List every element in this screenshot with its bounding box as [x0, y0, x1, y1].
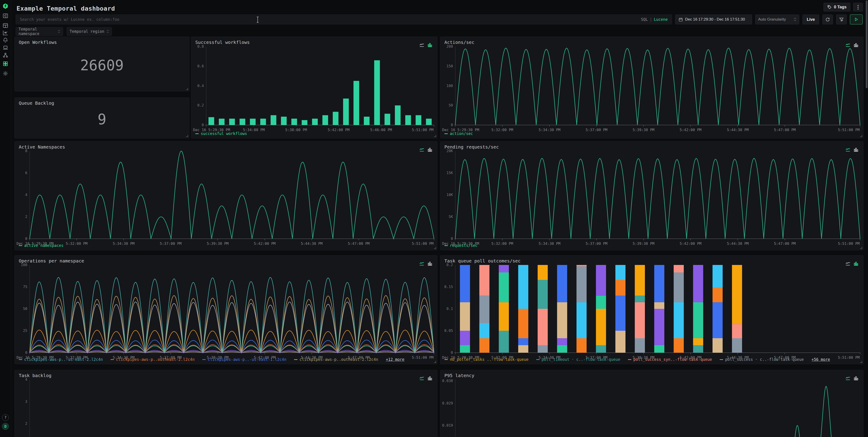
- date-range-picker[interactable]: Dec 16 17:29:30 - Dec 16 17:51:30: [675, 14, 752, 24]
- legend-swatch: [628, 359, 631, 360]
- dashboards-icon[interactable]: [2, 61, 8, 67]
- legend-item[interactable]: clickpipes-aws-p..outheast-2.l2c4n: [111, 357, 195, 362]
- resize-handle[interactable]: [186, 88, 188, 90]
- user-avatar[interactable]: D: [2, 423, 9, 430]
- tags-button[interactable]: 0 Tags: [824, 3, 850, 11]
- bar-chart-icon[interactable]: [853, 42, 859, 48]
- legend-item[interactable]: clickpipes-aws-p..-us-east-2.l2c4n: [19, 357, 103, 362]
- y-axis-tick-label: 2: [15, 215, 27, 219]
- bar-chart-icon[interactable]: [853, 147, 859, 152]
- legend-item[interactable]: requests/sec: [444, 243, 477, 248]
- line-chart-icon[interactable]: [419, 147, 425, 152]
- chart-area[interactable]: 86420Dec 16 5:29:30 PM5:32:00 PM5:34:30 …: [15, 142, 437, 250]
- legend-more-link[interactable]: +56 more: [811, 357, 830, 362]
- line-chart-icon[interactable]: [419, 261, 425, 266]
- app-logo-icon[interactable]: [2, 3, 8, 9]
- y-axis-tick-label: 0.6: [191, 64, 204, 68]
- vertical-scrollbar[interactable]: [866, 0, 868, 88]
- bar-chart-icon[interactable]: [427, 147, 433, 152]
- panel-operations-per-namespace[interactable]: Operations per namespace1007550250Dec 16…: [14, 255, 437, 364]
- search-input[interactable]: Search your events w/ Lucene ex. column:…: [16, 14, 672, 24]
- legend-item[interactable]: successful workflows: [195, 131, 247, 136]
- legend-item[interactable]: no_poller_tasks ..-flow-task-queue: [444, 357, 528, 362]
- bar-chart-icon[interactable]: [853, 375, 859, 381]
- chart-area[interactable]: 432: [15, 370, 437, 437]
- y-axis-tick-label: 100: [440, 84, 453, 88]
- bar-chart-icon[interactable]: [427, 42, 433, 48]
- line-chart-icon[interactable]: [845, 375, 850, 381]
- chart-view-toggles: [419, 147, 433, 152]
- run-query-button[interactable]: [850, 14, 863, 24]
- refresh-button[interactable]: [822, 14, 833, 24]
- temporal-namespace-select[interactable]: Temporal namespace: [16, 27, 63, 36]
- resize-handle[interactable]: [434, 247, 436, 249]
- legend-item[interactable]: clickpipes-aws-p..-us-east-1.l2c4n: [202, 357, 286, 362]
- legend-label: successful workflows: [201, 131, 247, 136]
- panel-title: Actions/sec: [444, 39, 474, 45]
- alerts-bell-icon[interactable]: [2, 37, 8, 43]
- panel-open-workflows[interactable]: Open Workflows 26609: [14, 37, 189, 91]
- help-button[interactable]: ?: [2, 414, 9, 421]
- bar-chart-icon[interactable]: [853, 261, 859, 266]
- chart-area[interactable]: 1007550250Dec 16 5:29:30 PM5:32:00 PM5:3…: [15, 255, 437, 364]
- chart-area[interactable]: 0.0380.0290.019: [440, 370, 863, 437]
- y-axis-tick-label: 0.019: [440, 423, 453, 428]
- text-cursor-ibeam: [256, 16, 259, 23]
- lucene-label[interactable]: Lucene: [654, 17, 668, 22]
- line-chart-icon[interactable]: [419, 42, 425, 48]
- chart-area[interactable]: 0.20.150.10.050Dec 16 5:29:30 PM5:32:00 …: [440, 255, 863, 364]
- legend-item[interactable]: action/sec: [444, 131, 473, 136]
- legend-label: clickpipes-aws-p..outheast-2.l2c4n: [300, 357, 378, 362]
- chart-area[interactable]: 0.80.60.40.20Dec 16 5:29:30 PM5:34:00 PM…: [191, 37, 437, 138]
- views-grid-icon[interactable]: [2, 22, 8, 29]
- temporal-region-select[interactable]: Temporal region: [67, 27, 112, 36]
- chevron-up-down-icon: [58, 30, 60, 33]
- resize-handle[interactable]: [860, 361, 862, 363]
- resize-handle[interactable]: [860, 247, 862, 249]
- filter-settings-button[interactable]: [836, 14, 847, 24]
- chart-view-toggles: [419, 261, 433, 266]
- settings-gear-icon[interactable]: [2, 70, 8, 76]
- x-axis-tick-label: 5:51:00 PM: [838, 128, 860, 132]
- legend-item[interactable]: active namespaces: [19, 243, 64, 248]
- chart-area[interactable]: 20K15K10K5K0Dec 16 5:29:30 PM5:32:00 PM5…: [440, 142, 863, 250]
- bar-chart-icon[interactable]: [427, 261, 433, 266]
- panel-p95-latency[interactable]: P95 latency0.0380.0290.019: [440, 370, 864, 437]
- legend-item[interactable]: poll_success_syn..-flow-task-queue: [628, 357, 712, 362]
- legend-item[interactable]: poll_timeout · c..-flow-task-queue: [536, 357, 620, 362]
- y-axis-tick-label: 0: [440, 350, 453, 355]
- y-axis-tick-label: 0.1: [440, 307, 453, 311]
- chart-area[interactable]: 200150100500Dec 16 5:29:30 PM5:32:00 PM5…: [440, 37, 863, 138]
- panel-task-queue-poll-outcomes[interactable]: Task queue poll outcomes/sec0.20.150.10.…: [440, 255, 864, 364]
- query-language-toggle[interactable]: SQL | Lucene: [641, 15, 668, 24]
- resize-handle[interactable]: [434, 361, 436, 363]
- kebab-menu-button[interactable]: ⋮: [853, 3, 863, 11]
- line-chart-icon[interactable]: [845, 147, 850, 152]
- panel-pending-requests[interactable]: Pending requests/sec20K15K10K5K0Dec 16 5…: [440, 141, 864, 250]
- resize-handle[interactable]: [860, 135, 862, 137]
- panel-queue-backlog[interactable]: Queue Backlog 9: [14, 97, 189, 138]
- resize-handle[interactable]: [186, 135, 188, 137]
- resize-handle[interactable]: [434, 135, 436, 137]
- panel-task-backlog[interactable]: Task backlog432: [14, 370, 437, 437]
- line-chart-icon[interactable]: [845, 261, 850, 266]
- infra-laptop-icon[interactable]: [2, 44, 8, 51]
- bar-chart-icon[interactable]: [427, 375, 433, 381]
- y-axis-tick-label: 10K: [440, 193, 453, 197]
- granularity-select[interactable]: Auto Granularity: [755, 14, 799, 24]
- panel-actions-per-sec[interactable]: Actions/sec200150100500Dec 16 5:29:30 PM…: [440, 37, 864, 138]
- legend-swatch: [294, 359, 298, 360]
- sql-label[interactable]: SQL: [641, 17, 648, 22]
- legend-item[interactable]: poll_success · c..-flow-task-queue: [720, 357, 804, 362]
- chevron-up-down-icon: [107, 30, 109, 33]
- legend-more-link[interactable]: +12 more: [386, 357, 404, 362]
- panel-successful-workflows[interactable]: Successful workflows0.80.60.40.20Dec 16 …: [191, 37, 437, 138]
- panel-toggle-icon[interactable]: [2, 13, 8, 19]
- panel-active-namespaces[interactable]: Active Namespaces86420Dec 16 5:29:30 PM5…: [14, 141, 437, 250]
- legend-item[interactable]: clickpipes-aws-p..outheast-2.l2c4n: [294, 357, 378, 362]
- live-button[interactable]: Live: [802, 14, 819, 24]
- service-map-icon[interactable]: [2, 52, 8, 58]
- line-chart-icon[interactable]: [419, 375, 425, 381]
- line-chart-icon[interactable]: [845, 42, 850, 48]
- charts-icon[interactable]: [2, 30, 8, 36]
